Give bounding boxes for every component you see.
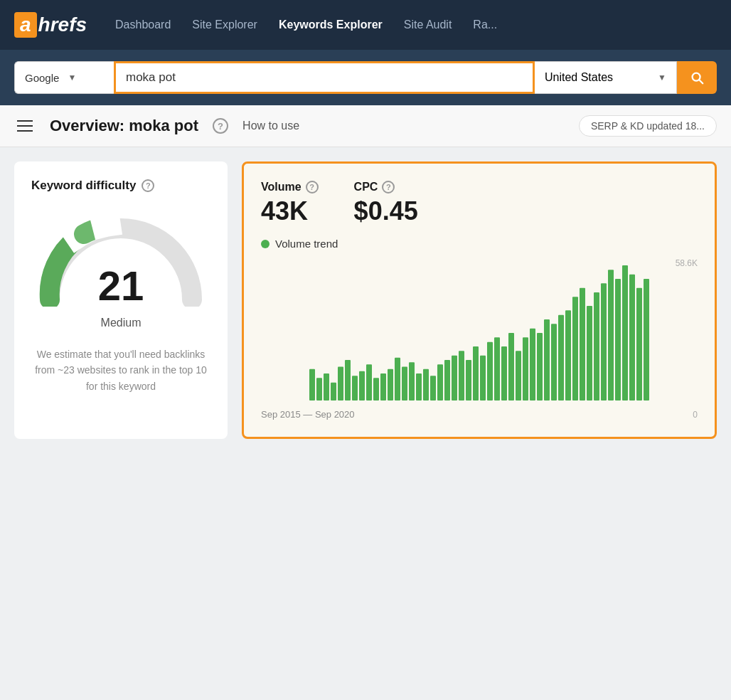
kd-help-icon[interactable]: ? <box>142 179 154 192</box>
volume-label-row: Volume ? <box>261 181 319 193</box>
svg-rect-32 <box>537 333 543 401</box>
svg-rect-22 <box>466 360 471 401</box>
volume-value: 43K <box>261 196 319 226</box>
search-input-wrapper <box>114 61 535 94</box>
svg-rect-21 <box>459 351 464 401</box>
svg-rect-2 <box>324 373 329 401</box>
svg-rect-43 <box>615 279 621 401</box>
svg-rect-1 <box>316 378 322 401</box>
svg-rect-19 <box>444 360 450 401</box>
engine-chevron-icon: ▼ <box>68 73 76 83</box>
cards-row: Keyword difficulty ? <box>14 161 717 439</box>
how-to-use-link[interactable]: How to use <box>242 120 299 132</box>
svg-rect-40 <box>594 292 599 401</box>
svg-rect-7 <box>359 371 365 401</box>
svg-rect-3 <box>331 383 336 401</box>
page-title: Overview: moka pot <box>50 117 198 135</box>
country-label: United States <box>545 71 613 84</box>
svg-rect-23 <box>473 346 479 401</box>
gauge-container: 21 <box>36 207 206 307</box>
svg-rect-31 <box>530 329 535 401</box>
chart-labels: Sep 2015 — Sep 2020 <box>261 409 698 420</box>
svg-rect-44 <box>622 265 628 401</box>
svg-rect-8 <box>366 364 372 401</box>
cpc-label: CPC <box>354 181 378 193</box>
volume-top: Volume ? 43K CPC ? $0.45 <box>261 181 698 226</box>
svg-rect-14 <box>409 362 415 401</box>
volume-label: Volume <box>261 181 302 193</box>
svg-rect-18 <box>437 364 443 401</box>
kd-card: Keyword difficulty ? <box>14 161 228 439</box>
svg-rect-4 <box>338 367 343 401</box>
svg-rect-45 <box>629 275 635 401</box>
nav-site-explorer[interactable]: Site Explorer <box>192 18 257 31</box>
chart-max-label: 58.6K <box>676 258 698 268</box>
svg-rect-26 <box>494 337 500 401</box>
svg-rect-27 <box>501 346 507 401</box>
volume-metric: Volume ? 43K <box>261 181 319 226</box>
svg-rect-13 <box>402 367 407 401</box>
svg-rect-30 <box>523 337 528 401</box>
hamburger-line-3 <box>17 130 33 132</box>
hamburger-line-1 <box>17 120 33 122</box>
logo[interactable]: a hrefs <box>14 12 87 38</box>
svg-rect-20 <box>452 356 457 401</box>
chart-zero-label: 0 <box>693 410 698 420</box>
search-input[interactable] <box>116 70 533 85</box>
svg-rect-36 <box>565 310 571 401</box>
svg-rect-6 <box>352 376 358 401</box>
help-icon[interactable]: ? <box>213 118 228 134</box>
country-select[interactable]: United States ▼ <box>535 61 677 94</box>
engine-label: Google <box>25 72 59 84</box>
cpc-help-icon[interactable]: ? <box>382 181 395 193</box>
svg-rect-16 <box>423 369 429 401</box>
volume-chart <box>261 258 698 401</box>
trend-label: Volume trend <box>275 238 338 250</box>
kd-value: 21 <box>98 265 144 307</box>
svg-rect-12 <box>395 358 400 401</box>
logo-a-letter: a <box>14 12 37 38</box>
volume-trend-row: Volume trend <box>261 238 698 250</box>
overview-bar: Overview: moka pot ? How to use SERP & K… <box>0 105 731 147</box>
svg-rect-15 <box>416 373 422 401</box>
trend-dot-icon <box>261 240 270 248</box>
svg-rect-10 <box>380 373 386 401</box>
svg-rect-24 <box>480 356 486 401</box>
svg-rect-5 <box>345 360 351 401</box>
cpc-value: $0.45 <box>354 196 418 226</box>
country-chevron-icon: ▼ <box>658 73 666 83</box>
svg-rect-35 <box>558 315 564 401</box>
svg-rect-11 <box>388 369 393 401</box>
svg-rect-9 <box>373 378 379 401</box>
navbar: a hrefs Dashboard Site Explorer Keywords… <box>0 0 731 50</box>
svg-rect-33 <box>544 319 550 401</box>
svg-rect-25 <box>487 342 493 401</box>
chart-area: 58.6K 0 Sep 2015 — Sep 2020 <box>261 258 698 420</box>
svg-rect-37 <box>572 297 578 401</box>
svg-rect-42 <box>608 270 614 401</box>
nav-dashboard[interactable]: Dashboard <box>115 18 171 31</box>
nav-site-audit[interactable]: Site Audit <box>404 18 452 31</box>
kd-title-row: Keyword difficulty ? <box>31 179 154 193</box>
search-button[interactable] <box>677 61 717 94</box>
svg-rect-41 <box>601 283 607 401</box>
svg-rect-34 <box>551 324 557 401</box>
volume-help-icon[interactable]: ? <box>306 181 319 193</box>
hamburger-menu[interactable] <box>14 117 36 134</box>
hamburger-line-2 <box>17 125 33 127</box>
kd-label: Medium <box>101 317 142 329</box>
nav-keywords-explorer[interactable]: Keywords Explorer <box>279 18 383 31</box>
main-content: Keyword difficulty ? <box>0 147 731 700</box>
svg-rect-47 <box>644 279 649 401</box>
volume-card: Volume ? 43K CPC ? $0.45 Volume trend <box>242 161 717 439</box>
engine-select[interactable]: Google ▼ <box>14 61 114 94</box>
kd-title: Keyword difficulty <box>31 179 136 193</box>
nav-rank-tracker[interactable]: Ra... <box>473 18 497 31</box>
svg-rect-46 <box>636 288 642 401</box>
svg-rect-0 <box>309 369 315 401</box>
svg-rect-38 <box>580 288 585 401</box>
chart-start-label: Sep 2015 — Sep 2020 <box>261 409 355 420</box>
serp-update-badge: SERP & KD updated 18... <box>579 115 717 137</box>
cpc-metric: CPC ? $0.45 <box>354 181 418 226</box>
svg-rect-39 <box>587 306 592 401</box>
